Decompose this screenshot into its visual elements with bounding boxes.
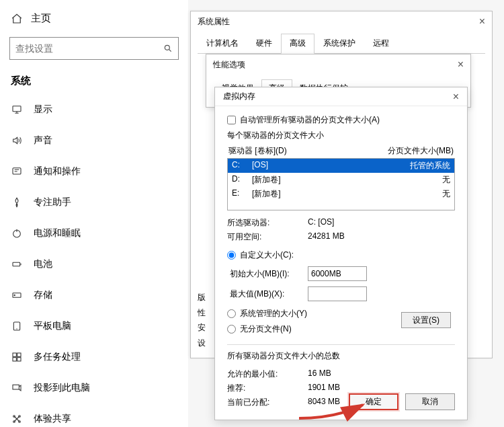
sidebar-item[interactable]: 存储 [0,280,188,311]
rec-label: 推荐: [227,383,308,394]
svg-rect-1 [13,106,21,112]
cancel-button[interactable]: 取消 [405,393,455,410]
cur-value: 8043 MB [308,397,340,408]
close-icon[interactable]: × [479,15,485,28]
sidebar-item-label: 存储 [34,289,52,301]
drive-letter: C: [232,160,252,171]
drive-size: 无 [442,188,450,200]
initial-size-label: 初始大小(MB)(I): [227,268,308,280]
sound-icon [11,135,23,146]
svg-rect-11 [17,358,21,361]
sidebar-item-label: 显示 [34,104,52,116]
project-icon [11,383,23,393]
sidebar-item-label: 平板电脑 [34,320,71,332]
sidebar-item-label: 电池 [34,258,52,270]
system-managed-input[interactable] [227,309,236,318]
set-button[interactable]: 设置(S) [401,312,451,328]
svg-point-0 [165,45,169,50]
search-input[interactable] [15,43,163,54]
custom-size-input[interactable] [227,251,236,260]
free-space-value: 24281 MB [308,231,345,243]
selected-drive-value: C: [OS] [308,217,334,229]
sysprops-tab[interactable]: 高级 [281,34,314,54]
max-size-input[interactable] [308,286,367,301]
sysprops-tab[interactable]: 远程 [364,34,398,54]
drive-label: [OS] [252,160,410,171]
perf-titlebar: 性能选项 × [206,54,470,75]
sysprops-tab[interactable]: 计算机名 [198,34,247,54]
sidebar-item[interactable]: 专注助手 [0,187,188,218]
sidebar-item-label: 多任务处理 [34,351,81,363]
vmem-titlebar: 虚拟内存 × [215,87,467,106]
storage-icon [11,290,23,301]
close-icon[interactable]: × [458,59,464,71]
sidebar-item[interactable]: 通知和操作 [0,156,188,187]
col-size: 分页文件大小(MB) [388,145,454,157]
svg-rect-10 [13,358,16,361]
no-paging-label: 无分页文件(N) [240,323,292,335]
sidebar-item[interactable]: 投影到此电脑 [0,373,188,403]
sysprops-tab[interactable]: 系统保护 [314,34,364,54]
no-paging-input[interactable] [227,325,236,334]
multitask-icon [11,352,23,362]
svg-rect-8 [13,353,16,356]
perf-title: 性能选项 [213,59,245,71]
drive-row[interactable]: D:[新加卷]无 [228,173,454,187]
display-icon [11,104,23,115]
sidebar-item[interactable]: 电源和睡眠 [0,218,188,249]
sysprops-tab[interactable]: 硬件 [247,34,281,54]
custom-size-radio[interactable]: 自定义大小(C): [227,249,455,261]
drive-size: 无 [442,174,450,186]
auto-manage-checkbox[interactable]: 自动管理所有驱动器的分页文件大小(A) [227,114,455,126]
totals-title: 所有驱动器分页文件大小的总数 [227,350,455,362]
auto-manage-input[interactable] [227,116,236,124]
sidebar-item[interactable]: 平板电脑 [0,311,188,342]
notifications-icon [11,166,23,177]
drive-row[interactable]: E:[新加卷]无 [228,187,454,201]
section-title-system: 系统 [0,75,188,94]
drive-label: [新加卷] [252,188,442,200]
rec-value: 1901 MB [308,383,340,394]
free-space-label: 可用空间: [227,231,308,243]
focus-assist-icon [11,197,23,208]
drive-label: [新加卷] [252,174,442,186]
sidebar-item[interactable]: 体验共享 [0,403,188,427]
tablet-icon [11,321,23,332]
cur-label: 当前已分配: [227,397,308,408]
per-drive-title: 每个驱动器的分页文件大小 [227,130,455,141]
drive-size: 托管的系统 [410,160,450,171]
sidebar-item-label: 投影到此电脑 [34,382,90,394]
selected-drive-label: 所选驱动器: [227,217,308,229]
min-label: 允许的最小值: [227,368,308,380]
home-label: 主页 [31,12,51,25]
max-size-label: 最大值(MB)(X): [227,288,308,300]
drive-list-header: 驱动器 [卷标](D) 分页文件大小(MB) [227,145,455,157]
search-icon [163,44,173,53]
drive-row[interactable]: C:[OS]托管的系统 [228,159,454,173]
sidebar-item[interactable]: 声音 [0,125,188,156]
vmem-title: 虚拟内存 [223,91,255,102]
drive-list[interactable]: C:[OS]托管的系统D:[新加卷]无E:[新加卷]无 [227,158,455,210]
min-value: 16 MB [308,368,331,380]
svg-point-6 [14,295,15,295]
col-drive: 驱动器 [卷标](D) [228,145,388,157]
battery-icon [11,259,23,270]
initial-size-input[interactable] [308,266,367,281]
sysprops-titlebar: 系统属性 × [191,11,492,32]
close-icon[interactable]: × [453,91,459,103]
sidebar-item[interactable]: 多任务处理 [0,342,188,373]
settings-search[interactable] [9,37,179,60]
custom-size-label: 自定义大小(C): [240,249,294,261]
settings-home[interactable]: 主页 [0,0,188,37]
sidebar-item-label: 体验共享 [34,413,71,425]
ok-button[interactable]: 确定 [349,393,398,410]
shared-exp-icon [11,414,23,424]
sidebar-item[interactable]: 显示 [0,94,188,125]
svg-rect-12 [13,385,19,389]
system-managed-label: 系统管理的大小(Y) [240,308,307,319]
vmem-button-row: 确定 取消 [349,393,455,410]
svg-rect-4 [13,262,20,266]
sidebar-item[interactable]: 电池 [0,249,188,280]
svg-rect-9 [17,353,21,356]
virtual-memory-dialog: 虚拟内存 × 自动管理所有驱动器的分页文件大小(A) 每个驱动器的分页文件大小 … [214,87,468,420]
